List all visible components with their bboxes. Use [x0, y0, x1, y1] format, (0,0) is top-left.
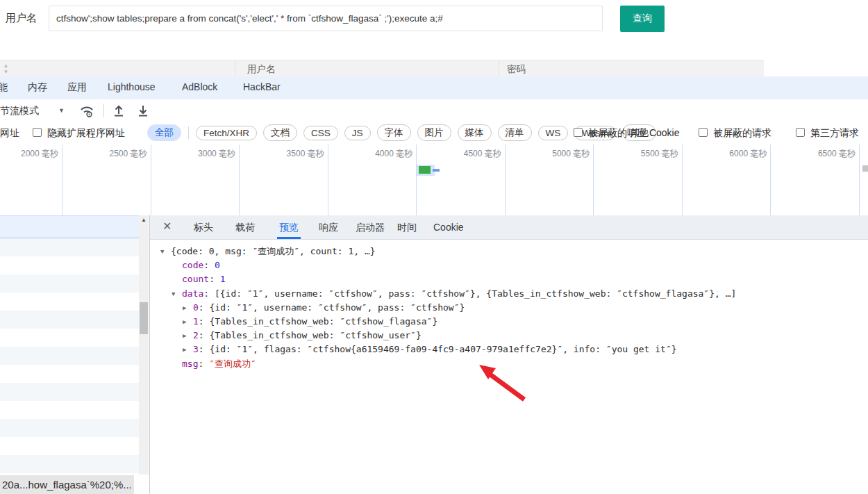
query-button[interactable]: 查询 — [620, 6, 665, 32]
request-details-panel: ✕ 标头载荷预览响应启动器时间Cookie ▼{code: 0, msg: ″查… — [149, 215, 868, 494]
network-conditions-icon[interactable] — [78, 103, 94, 118]
timeline-gridline — [682, 145, 683, 215]
timeline-gridline — [505, 145, 506, 215]
selected-request-row[interactable] — [0, 215, 139, 238]
result-table-header: ▲▼ 用户名 密码 — [0, 60, 764, 79]
chevron-down-icon[interactable]: ▼ — [58, 107, 65, 114]
timeline-label: 6500 毫秒 — [772, 148, 856, 160]
devtools-tab[interactable]: Lighthouse — [108, 81, 156, 92]
timeline-gridline — [859, 145, 860, 215]
username-input[interactable] — [49, 6, 603, 31]
throttling-dropdown[interactable]: 节流模式 — [0, 105, 39, 117]
timeline-label: 3500 毫秒 — [241, 148, 324, 160]
url-status-bubble: 20a...how_flagasa`%20;%... — [0, 475, 134, 494]
json-line[interactable]: ▶2: {Tables_in_ctfshow_web: ″ctfshow_use… — [150, 329, 868, 343]
export-har-icon[interactable] — [135, 103, 151, 118]
details-tab-响应[interactable]: 响应 — [317, 216, 340, 239]
devtools-tab[interactable]: HackBar — [243, 81, 281, 92]
screen: 用户名 查询 ▲▼ 用户名 密码 能内存应用LighthouseAdBlockH… — [0, 0, 868, 494]
request-rows[interactable] — [0, 238, 139, 475]
json-segment: {code: 0, msg: ″查询成功″, count: 1, …} — [171, 246, 376, 256]
devtools-tab[interactable]: 能 — [0, 81, 8, 94]
timeline-gridline — [770, 145, 771, 215]
json-preview-tree: ▼{code: 0, msg: ″查询成功″, count: 1, …}code… — [150, 245, 868, 371]
json-segment: {id: ″1″, username: ″ctfshow″, pass: ″ct… — [209, 302, 465, 313]
json-line[interactable]: code: 0 — [150, 258, 868, 272]
json-segment: [{id: ″1″, username: ″ctfshow″, pass: ″c… — [215, 288, 736, 299]
timeline-gridline — [593, 145, 594, 215]
json-segment: ″查询成功″ — [209, 359, 256, 369]
timeline-label: 4000 毫秒 — [329, 148, 412, 160]
details-tab-标头[interactable]: 标头 — [192, 216, 215, 239]
timeline-label: 4500 毫秒 — [418, 148, 501, 160]
json-segment: : — [198, 359, 209, 369]
filter-checkbox-label: 被屏蔽的响应 Cookie — [588, 127, 679, 140]
timeline-label: 5500 毫秒 — [595, 148, 678, 160]
timeline-label: 6000 毫秒 — [683, 148, 767, 160]
json-line[interactable]: ▶3: {id: ″1″, flagas: ″ctfshow{a6159469-… — [150, 343, 868, 356]
json-line[interactable]: ▶0: {id: ″1″, username: ″ctfshow″, pass:… — [150, 301, 868, 315]
json-segment: 0 — [193, 302, 199, 313]
json-segment: {Tables_in_ctfshow_web: ″ctfshow_flagasa… — [209, 316, 437, 327]
json-segment: 2 — [193, 330, 199, 340]
filter-checkbox-label: 第三方请求 — [810, 127, 859, 140]
requests-scrollbar[interactable]: ▲ — [139, 215, 149, 475]
devtools-tabbar: 能内存应用LighthouseAdBlockHackBar — [0, 76, 868, 100]
column-divider — [499, 60, 499, 78]
scrollbar-thumb[interactable] — [140, 302, 148, 334]
sort-arrows-icon[interactable]: ▲▼ — [3, 63, 9, 75]
blocked-checkbox-group: 被屏蔽的响应 Cookie被屏蔽的请求第三方请求 — [0, 122, 868, 143]
json-segment: count — [182, 274, 209, 284]
json-segment: : — [199, 330, 210, 340]
devtools-tab[interactable]: AdBlock — [182, 81, 217, 92]
json-segment: : — [209, 274, 220, 284]
json-segment: : — [199, 302, 210, 313]
scroll-up-icon[interactable]: ▲ — [139, 217, 149, 223]
json-segment: 0 — [215, 260, 220, 270]
filter-checkbox[interactable] — [796, 128, 805, 137]
tree-toggle-icon[interactable]: ▶ — [183, 343, 193, 356]
timeline-label: 2500 毫秒 — [64, 148, 147, 160]
overview-scrollbar-thumb[interactable] — [862, 165, 868, 172]
json-line[interactable]: msg: ″查询成功″ — [150, 357, 868, 371]
json-line[interactable]: ▼{code: 0, msg: ″查询成功″, count: 1, …} — [150, 245, 868, 258]
request-marker-green[interactable] — [419, 166, 431, 174]
devtools-tab[interactable]: 内存 — [28, 81, 47, 94]
timeline-overview[interactable]: 2000 毫秒2500 毫秒3000 毫秒3500 毫秒4000 毫秒4500 … — [0, 143, 868, 216]
tree-toggle-icon[interactable]: ▼ — [160, 245, 171, 258]
details-tab-启动器[interactable]: 启动器 — [353, 216, 387, 239]
json-line[interactable]: count: 1 — [150, 272, 868, 286]
json-segment: 3 — [193, 344, 199, 354]
json-line[interactable]: ▼data: [{id: ″1″, username: ″ctfshow″, p… — [150, 287, 868, 301]
devtools-tab[interactable]: 应用 — [67, 81, 87, 94]
tree-toggle-icon[interactable]: ▼ — [172, 287, 182, 301]
json-segment: msg — [182, 359, 198, 369]
tree-toggle-icon[interactable]: ▶ — [183, 301, 193, 315]
filter-checkbox[interactable] — [699, 128, 708, 137]
timeline-gridline — [328, 145, 328, 215]
network-filter-bar: 网址 隐藏扩展程序网址 全部Fetch/XHR文档CSSJS字体图片媒体清单WS… — [0, 122, 868, 144]
toolbar-divider — [103, 104, 104, 117]
details-tab-时间[interactable]: 时间 — [395, 216, 419, 239]
details-tab-载荷[interactable]: 载荷 — [233, 216, 257, 239]
json-segment: {Tables_in_ctfshow_web: ″ctfshow_user″} — [209, 330, 421, 340]
username-form-label: 用户名 — [6, 12, 37, 25]
tree-toggle-icon[interactable]: ▶ — [183, 329, 193, 343]
json-segment: : — [203, 260, 215, 270]
close-icon[interactable]: ✕ — [162, 220, 172, 233]
timeline-label: 2000 毫秒 — [0, 148, 58, 160]
details-tab-预览[interactable]: 预览 — [277, 216, 301, 239]
tree-toggle-icon[interactable]: ▶ — [183, 315, 193, 329]
requests-list: ▲ — [0, 215, 149, 475]
timeline-label: 5000 毫秒 — [506, 148, 590, 160]
json-line[interactable]: ▶1: {Tables_in_ctfshow_web: ″ctfshow_fla… — [150, 315, 868, 329]
import-har-icon[interactable] — [111, 103, 126, 118]
timeline-gridline — [239, 145, 240, 215]
details-tab-Cookie[interactable]: Cookie — [431, 216, 466, 239]
json-segment: : — [199, 316, 210, 327]
json-segment: : — [203, 288, 215, 299]
filter-checkbox[interactable] — [574, 128, 583, 137]
timeline-gridline — [62, 145, 62, 215]
json-segment: 1 — [220, 274, 226, 284]
filter-checkbox-label: 被屏蔽的请求 — [713, 127, 771, 140]
